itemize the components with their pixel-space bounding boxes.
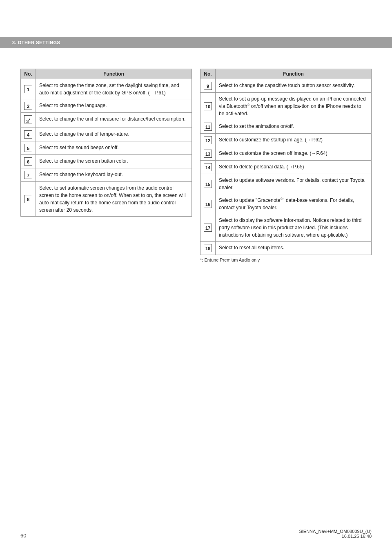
- row-function: Select to display the software infor-mat…: [216, 214, 372, 242]
- content-area: No. Function 1Select to change the time …: [0, 56, 392, 275]
- table-row: 17Select to display the software infor-m…: [200, 214, 372, 242]
- number-box: 2: [24, 102, 32, 110]
- footnote: *: Entune Premium Audio only: [200, 257, 372, 262]
- table-row: 14Select to delete personal data. (→P.65…: [200, 161, 372, 174]
- row-number: 13: [200, 147, 216, 161]
- row-number: 6: [21, 154, 36, 168]
- row-function: Select to change the capacitive touch bu…: [216, 79, 372, 93]
- number-box: 18: [204, 244, 212, 252]
- table-row: 7Select to change the keyboard lay-out.: [21, 168, 192, 181]
- page-number: 60: [20, 533, 26, 539]
- row-function: Select to change the unit of measure for…: [36, 113, 192, 128]
- number-box: 13: [204, 150, 212, 158]
- table-row: 1Select to change the time zone, set the…: [21, 79, 192, 99]
- row-function: Select to set automatic screen changes f…: [36, 181, 192, 216]
- row-function: Select to update "Gracenote®" data-base …: [216, 194, 372, 214]
- right-col-function: Function: [216, 69, 372, 79]
- row-function: Select to customize the startup im-age. …: [216, 134, 372, 147]
- number-box: 9: [204, 82, 212, 90]
- table-row: 13Select to customize the screen off ima…: [200, 147, 372, 161]
- number-box: 12: [204, 136, 212, 144]
- row-number: 11: [200, 120, 216, 134]
- table-row: 9Select to change the capacitive touch b…: [200, 79, 372, 93]
- row-function: Select to change the screen button color…: [36, 154, 192, 168]
- number-box: 14: [204, 163, 212, 171]
- row-number: 4: [21, 128, 36, 141]
- table-row: 16Select to update "Gracenote®" data-bas…: [200, 194, 372, 214]
- row-number: 7: [21, 168, 36, 181]
- row-number: 8: [21, 181, 36, 216]
- row-number: 2: [21, 99, 36, 113]
- right-table-container: No. Function 9Select to change the capac…: [200, 69, 372, 262]
- number-box: 8: [24, 195, 32, 203]
- right-col-no: No.: [200, 69, 216, 79]
- number-box: 7: [24, 171, 32, 179]
- left-table: No. Function 1Select to change the time …: [20, 69, 192, 217]
- doc-line1: SIENNA_Navi+MM_OM08009U_(U): [299, 529, 372, 534]
- right-table: No. Function 9Select to change the capac…: [200, 69, 372, 255]
- table-row: 8Select to set automatic screen changes …: [21, 181, 192, 216]
- number-box: 3*: [24, 115, 32, 123]
- left-table-container: No. Function 1Select to change the time …: [20, 69, 192, 262]
- page-footer: 60 SIENNA_Navi+MM_OM08009U_(U) 16.01.25 …: [0, 529, 392, 539]
- number-box: 10: [204, 102, 212, 110]
- row-number: 9: [200, 79, 216, 93]
- row-number: 16: [200, 194, 216, 214]
- table-row: 10Select to set a pop-up message dis-pla…: [200, 93, 372, 120]
- row-number: 15: [200, 174, 216, 194]
- row-number: 14: [200, 161, 216, 174]
- row-function: Select to change the time zone, set the …: [36, 79, 192, 99]
- doc-info: SIENNA_Navi+MM_OM08009U_(U) 16.01.25 16:…: [299, 529, 372, 539]
- row-number: 10: [200, 93, 216, 120]
- number-box: 4: [24, 130, 32, 139]
- row-number: 12: [200, 134, 216, 147]
- row-number: 1: [21, 79, 36, 99]
- row-number: 17: [200, 214, 216, 242]
- table-row: 5Select to set the sound beeps on/off.: [21, 141, 192, 154]
- left-col-function: Function: [36, 69, 192, 79]
- number-box: 11: [204, 123, 212, 131]
- section-title: 3. OTHER SETTINGS: [12, 40, 60, 45]
- table-row: 15Select to update software versions. Fo…: [200, 174, 372, 194]
- doc-line2: 16.01.25 16:40: [299, 534, 372, 539]
- table-row: 4Select to change the unit of temper-atu…: [21, 128, 192, 141]
- row-function: Select to reset all setup items.: [216, 242, 372, 255]
- row-number: 18: [200, 242, 216, 255]
- table-row: 6Select to change the screen button colo…: [21, 154, 192, 168]
- row-number: 3*: [21, 113, 36, 128]
- table-row: 12Select to customize the startup im-age…: [200, 134, 372, 147]
- table-row: 18Select to reset all setup items.: [200, 242, 372, 255]
- number-box: 17: [204, 224, 212, 232]
- left-col-no: No.: [21, 69, 36, 79]
- row-function: Select to delete personal data. (→P.65): [216, 161, 372, 174]
- table-row: 3*Select to change the unit of measure f…: [21, 113, 192, 128]
- number-box: 1: [24, 85, 32, 93]
- row-function: Select to change the language.: [36, 99, 192, 113]
- row-function: Select to set a pop-up message dis-playe…: [216, 93, 372, 120]
- row-number: 5: [21, 141, 36, 154]
- row-function: Select to set the animations on/off.: [216, 120, 372, 134]
- row-function: Select to set the sound beeps on/off.: [36, 141, 192, 154]
- row-function: Select to update software versions. For …: [216, 174, 372, 194]
- number-box: 6: [24, 157, 32, 166]
- number-box: 5: [24, 144, 32, 152]
- row-function: Select to customize the screen off image…: [216, 147, 372, 161]
- table-row: 2Select to change the language.: [21, 99, 192, 113]
- table-row: 11Select to set the animations on/off.: [200, 120, 372, 134]
- section-header: 3. OTHER SETTINGS: [0, 37, 392, 48]
- row-function: Select to change the unit of temper-atur…: [36, 128, 192, 141]
- row-function: Select to change the keyboard lay-out.: [36, 168, 192, 181]
- number-box: 16: [204, 200, 212, 208]
- number-box: 15: [204, 180, 212, 188]
